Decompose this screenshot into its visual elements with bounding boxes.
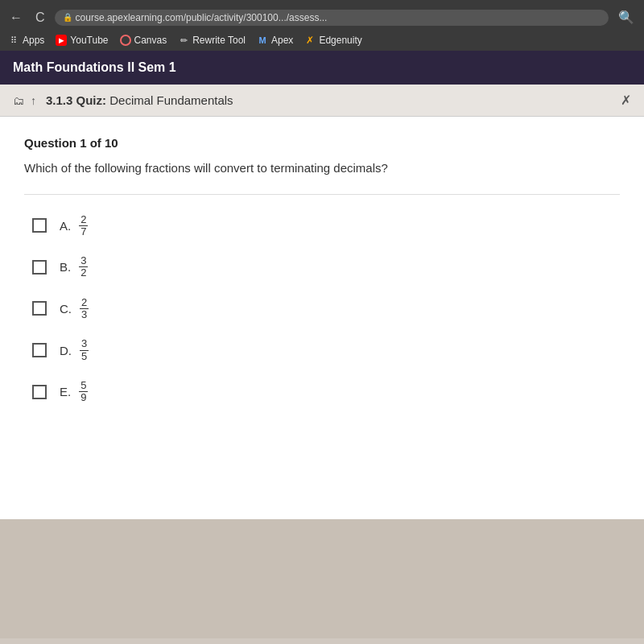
bookmark-youtube-label: YouTube — [70, 35, 108, 46]
bookmark-edgenuity-label: Edgenuity — [319, 35, 361, 46]
close-button[interactable]: ✗ — [621, 93, 631, 108]
fraction-d-numerator: 3 — [80, 338, 89, 350]
checkbox-e[interactable] — [32, 385, 47, 399]
bookmark-apex-label: Apex — [271, 35, 293, 46]
option-d-letter: D. — [60, 344, 72, 357]
rewrite-icon: ✏ — [178, 35, 189, 46]
edgenuity-icon: ✗ — [304, 35, 316, 46]
url-text: course.apexlearning.com/public/activity/… — [76, 12, 328, 23]
option-a-letter: A. — [60, 219, 71, 233]
back-button[interactable]: ← — [6, 9, 26, 27]
apps-icon: ⠿ — [8, 35, 19, 46]
search-icon[interactable]: 🔍 — [615, 8, 638, 27]
fraction-c-denominator: 3 — [80, 309, 89, 320]
refresh-button[interactable]: C — [32, 9, 48, 27]
checkbox-c[interactable] — [32, 301, 47, 316]
question-label: Question 1 of 10 — [24, 136, 620, 150]
option-d[interactable]: D. 3 5 — [32, 338, 620, 362]
bookmark-rewrite-label: Rewrite Tool — [192, 35, 246, 46]
fraction-b-denominator: 2 — [79, 267, 88, 279]
content-wrapper: Math Foundations II Sem 1 🗂 ↑ 3.1.3 Quiz… — [0, 51, 644, 638]
nav-bar: ← C 🔒 course.apexlearning.com/public/act… — [6, 5, 638, 31]
fraction-b: 3 2 — [79, 255, 88, 279]
option-d-label: D. 3 5 — [60, 338, 89, 362]
divider — [24, 194, 620, 195]
fraction-c: 2 3 — [80, 297, 89, 321]
bookmark-canvas[interactable]: Canvas — [120, 35, 167, 46]
quiz-header-bar: 🗂 ↑ 3.1.3 Quiz: Decimal Fundamentals ✗ — [0, 85, 644, 117]
fraction-e-numerator: 5 — [79, 380, 88, 392]
question-text: Which of the following fractions will co… — [24, 159, 620, 178]
address-bar[interactable]: 🔒 course.apexlearning.com/public/activit… — [55, 10, 609, 26]
bookmark-apps[interactable]: ⠿ Apps — [8, 35, 44, 46]
briefcase-icon: 🗂 — [13, 94, 24, 107]
bookmark-apex[interactable]: M Apex — [257, 35, 293, 46]
option-e-label: E. 5 9 — [60, 380, 88, 404]
bookmark-youtube[interactable]: ▶ YouTube — [56, 35, 108, 46]
fraction-c-numerator: 2 — [80, 297, 89, 309]
fraction-d-denominator: 5 — [80, 351, 89, 362]
option-b-label: B. 3 2 — [60, 255, 88, 279]
option-a[interactable]: A. 2 7 — [32, 214, 620, 238]
apex-icon: M — [257, 35, 268, 46]
fraction-a: 2 7 — [79, 214, 88, 238]
option-b[interactable]: B. 3 2 — [32, 255, 620, 279]
bookmark-canvas-label: Canvas — [134, 35, 167, 46]
option-a-label: A. 2 7 — [60, 214, 88, 238]
browser-chrome: ← C 🔒 course.apexlearning.com/public/act… — [0, 0, 644, 51]
options-list: A. 2 7 B. 3 2 — [24, 214, 620, 404]
upload-icon: ↑ — [31, 94, 36, 107]
option-e[interactable]: E. 5 9 — [32, 380, 620, 404]
checkbox-a[interactable] — [32, 218, 47, 233]
fraction-e: 5 9 — [79, 380, 88, 404]
bookmarks-bar: ⠿ Apps ▶ YouTube Canvas ✏ Rewrite Tool M… — [6, 31, 638, 51]
checkbox-b[interactable] — [32, 260, 47, 275]
quiz-header-icons: 🗂 ↑ — [13, 94, 36, 107]
quiz-name: Decimal Fundamentals — [109, 93, 233, 107]
quiz-label: 3.1.3 Quiz: — [46, 93, 106, 107]
option-e-letter: E. — [60, 385, 71, 398]
bookmark-edgenuity[interactable]: ✗ Edgenuity — [304, 35, 361, 46]
quiz-title: 3.1.3 Quiz: Decimal Fundamentals — [46, 93, 233, 107]
bottom-area — [0, 519, 644, 638]
fraction-a-denominator: 7 — [79, 226, 88, 237]
quiz-content: Question 1 of 10 Which of the following … — [0, 117, 644, 519]
app-title: Math Foundations II Sem 1 — [13, 60, 176, 74]
option-c-label: C. 2 3 — [60, 297, 89, 321]
fraction-b-numerator: 3 — [79, 255, 88, 267]
checkbox-d[interactable] — [32, 343, 47, 357]
fraction-a-numerator: 2 — [79, 214, 88, 226]
option-c[interactable]: C. 2 3 — [32, 297, 620, 321]
fraction-d: 3 5 — [80, 338, 89, 362]
fraction-e-denominator: 9 — [79, 392, 88, 403]
lock-icon: 🔒 — [63, 13, 72, 22]
bookmark-rewrite[interactable]: ✏ Rewrite Tool — [178, 35, 246, 46]
bookmark-apps-label: Apps — [23, 35, 44, 46]
app-header: Math Foundations II Sem 1 — [0, 51, 644, 85]
youtube-icon: ▶ — [56, 35, 67, 46]
option-c-letter: C. — [60, 302, 72, 316]
canvas-icon — [120, 35, 131, 46]
option-b-letter: B. — [60, 260, 71, 274]
